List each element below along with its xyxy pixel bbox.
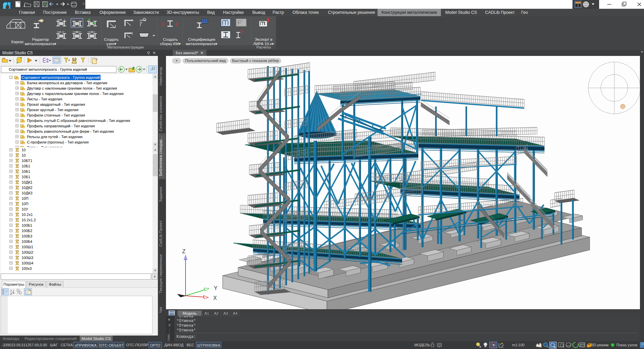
svg-text:Z: Z [10,292,12,295]
svg-text:Y: Y [214,285,218,291]
svg-text:X: X [213,295,217,301]
svg-text:=: = [68,59,70,62]
svg-text:Z: Z [182,249,186,254]
